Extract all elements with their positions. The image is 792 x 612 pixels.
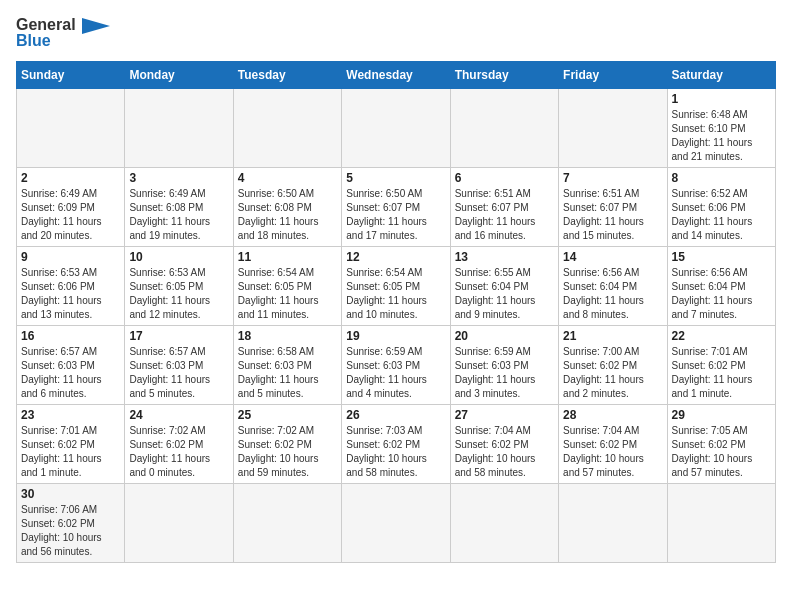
day-cell: 13Sunrise: 6:55 AM Sunset: 6:04 PM Dayli… [450,246,558,325]
day-number: 18 [238,329,337,343]
calendar-table: SundayMondayTuesdayWednesdayThursdayFrid… [16,61,776,563]
day-cell: 23Sunrise: 7:01 AM Sunset: 6:02 PM Dayli… [17,404,125,483]
logo-blue-text: Blue [16,32,51,50]
day-info: Sunrise: 7:01 AM Sunset: 6:02 PM Dayligh… [21,424,120,480]
day-cell: 2Sunrise: 6:49 AM Sunset: 6:09 PM Daylig… [17,167,125,246]
day-number: 4 [238,171,337,185]
day-number: 8 [672,171,771,185]
day-info: Sunrise: 7:03 AM Sunset: 6:02 PM Dayligh… [346,424,445,480]
weekday-header: Friday [559,61,667,88]
calendar-week-row: 1Sunrise: 6:48 AM Sunset: 6:10 PM Daylig… [17,88,776,167]
empty-day-cell [125,88,233,167]
day-cell: 1Sunrise: 6:48 AM Sunset: 6:10 PM Daylig… [667,88,775,167]
day-number: 27 [455,408,554,422]
day-info: Sunrise: 6:55 AM Sunset: 6:04 PM Dayligh… [455,266,554,322]
day-number: 29 [672,408,771,422]
weekday-header: Saturday [667,61,775,88]
empty-day-cell [125,483,233,562]
empty-day-cell [450,483,558,562]
day-number: 2 [21,171,120,185]
day-number: 14 [563,250,662,264]
day-info: Sunrise: 6:51 AM Sunset: 6:07 PM Dayligh… [563,187,662,243]
empty-day-cell [667,483,775,562]
day-number: 26 [346,408,445,422]
day-cell: 18Sunrise: 6:58 AM Sunset: 6:03 PM Dayli… [233,325,341,404]
day-cell: 16Sunrise: 6:57 AM Sunset: 6:03 PM Dayli… [17,325,125,404]
weekday-header: Tuesday [233,61,341,88]
day-number: 9 [21,250,120,264]
day-info: Sunrise: 6:54 AM Sunset: 6:05 PM Dayligh… [346,266,445,322]
calendar-week-row: 2Sunrise: 6:49 AM Sunset: 6:09 PM Daylig… [17,167,776,246]
day-info: Sunrise: 7:01 AM Sunset: 6:02 PM Dayligh… [672,345,771,401]
day-number: 6 [455,171,554,185]
day-cell: 7Sunrise: 6:51 AM Sunset: 6:07 PM Daylig… [559,167,667,246]
day-info: Sunrise: 6:51 AM Sunset: 6:07 PM Dayligh… [455,187,554,243]
empty-day-cell [233,88,341,167]
day-info: Sunrise: 6:52 AM Sunset: 6:06 PM Dayligh… [672,187,771,243]
empty-day-cell [342,483,450,562]
day-cell: 3Sunrise: 6:49 AM Sunset: 6:08 PM Daylig… [125,167,233,246]
day-cell: 12Sunrise: 6:54 AM Sunset: 6:05 PM Dayli… [342,246,450,325]
day-info: Sunrise: 6:57 AM Sunset: 6:03 PM Dayligh… [129,345,228,401]
empty-day-cell [233,483,341,562]
day-cell: 22Sunrise: 7:01 AM Sunset: 6:02 PM Dayli… [667,325,775,404]
day-info: Sunrise: 7:02 AM Sunset: 6:02 PM Dayligh… [129,424,228,480]
weekday-header: Wednesday [342,61,450,88]
day-info: Sunrise: 6:50 AM Sunset: 6:08 PM Dayligh… [238,187,337,243]
day-info: Sunrise: 6:59 AM Sunset: 6:03 PM Dayligh… [346,345,445,401]
day-number: 19 [346,329,445,343]
day-cell: 15Sunrise: 6:56 AM Sunset: 6:04 PM Dayli… [667,246,775,325]
logo-general-text: General [16,16,76,33]
day-number: 3 [129,171,228,185]
day-number: 16 [21,329,120,343]
day-info: Sunrise: 7:04 AM Sunset: 6:02 PM Dayligh… [563,424,662,480]
empty-day-cell [17,88,125,167]
day-cell: 21Sunrise: 7:00 AM Sunset: 6:02 PM Dayli… [559,325,667,404]
day-info: Sunrise: 6:56 AM Sunset: 6:04 PM Dayligh… [563,266,662,322]
day-number: 25 [238,408,337,422]
day-number: 17 [129,329,228,343]
day-info: Sunrise: 6:59 AM Sunset: 6:03 PM Dayligh… [455,345,554,401]
day-number: 7 [563,171,662,185]
day-cell: 4Sunrise: 6:50 AM Sunset: 6:08 PM Daylig… [233,167,341,246]
day-number: 21 [563,329,662,343]
day-number: 20 [455,329,554,343]
weekday-header: Sunday [17,61,125,88]
day-info: Sunrise: 6:49 AM Sunset: 6:08 PM Dayligh… [129,187,228,243]
weekday-header: Monday [125,61,233,88]
page-header: General Blue [16,16,776,51]
day-cell: 11Sunrise: 6:54 AM Sunset: 6:05 PM Dayli… [233,246,341,325]
day-number: 5 [346,171,445,185]
day-cell: 27Sunrise: 7:04 AM Sunset: 6:02 PM Dayli… [450,404,558,483]
day-cell: 26Sunrise: 7:03 AM Sunset: 6:02 PM Dayli… [342,404,450,483]
day-cell: 19Sunrise: 6:59 AM Sunset: 6:03 PM Dayli… [342,325,450,404]
day-number: 24 [129,408,228,422]
calendar-week-row: 16Sunrise: 6:57 AM Sunset: 6:03 PM Dayli… [17,325,776,404]
logo-flag-icon [82,18,110,34]
day-number: 28 [563,408,662,422]
day-cell: 5Sunrise: 6:50 AM Sunset: 6:07 PM Daylig… [342,167,450,246]
day-cell: 29Sunrise: 7:05 AM Sunset: 6:02 PM Dayli… [667,404,775,483]
day-number: 22 [672,329,771,343]
day-info: Sunrise: 7:05 AM Sunset: 6:02 PM Dayligh… [672,424,771,480]
day-number: 10 [129,250,228,264]
day-info: Sunrise: 6:56 AM Sunset: 6:04 PM Dayligh… [672,266,771,322]
day-info: Sunrise: 6:58 AM Sunset: 6:03 PM Dayligh… [238,345,337,401]
day-cell: 20Sunrise: 6:59 AM Sunset: 6:03 PM Dayli… [450,325,558,404]
day-cell: 14Sunrise: 6:56 AM Sunset: 6:04 PM Dayli… [559,246,667,325]
day-info: Sunrise: 7:06 AM Sunset: 6:02 PM Dayligh… [21,503,120,559]
empty-day-cell [559,88,667,167]
calendar-week-row: 30Sunrise: 7:06 AM Sunset: 6:02 PM Dayli… [17,483,776,562]
day-cell: 25Sunrise: 7:02 AM Sunset: 6:02 PM Dayli… [233,404,341,483]
empty-day-cell [559,483,667,562]
day-cell: 28Sunrise: 7:04 AM Sunset: 6:02 PM Dayli… [559,404,667,483]
day-number: 1 [672,92,771,106]
day-cell: 10Sunrise: 6:53 AM Sunset: 6:05 PM Dayli… [125,246,233,325]
day-info: Sunrise: 6:54 AM Sunset: 6:05 PM Dayligh… [238,266,337,322]
day-number: 12 [346,250,445,264]
day-info: Sunrise: 6:53 AM Sunset: 6:06 PM Dayligh… [21,266,120,322]
empty-day-cell [342,88,450,167]
day-info: Sunrise: 7:00 AM Sunset: 6:02 PM Dayligh… [563,345,662,401]
day-cell: 30Sunrise: 7:06 AM Sunset: 6:02 PM Dayli… [17,483,125,562]
day-info: Sunrise: 6:49 AM Sunset: 6:09 PM Dayligh… [21,187,120,243]
